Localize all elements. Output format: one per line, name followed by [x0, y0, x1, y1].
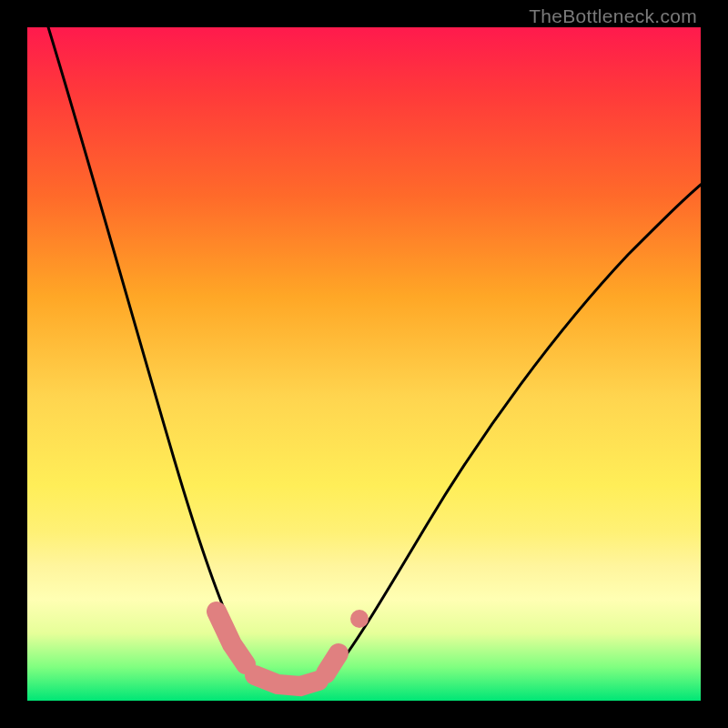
plot-area — [27, 27, 701, 701]
bottleneck-curve — [27, 27, 701, 701]
pink-segment-left — [217, 612, 246, 664]
pink-segment-bottom — [255, 675, 318, 686]
pink-markers — [217, 612, 339, 686]
pink-segment-right — [326, 653, 339, 673]
watermark-text: TheBottleneck.com — [529, 5, 697, 27]
pink-dot-upper-right — [350, 610, 369, 628]
chart-frame: TheBottleneck.com — [0, 0, 728, 728]
curve-path — [46, 27, 701, 691]
